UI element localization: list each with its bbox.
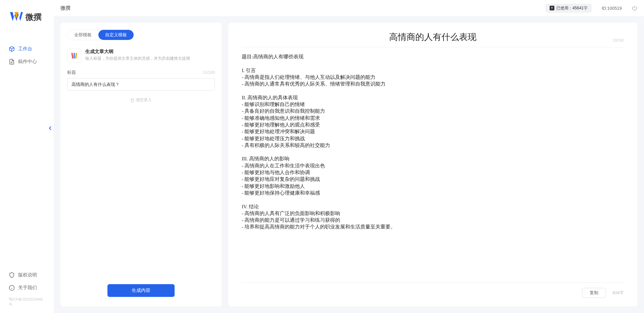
template-icon <box>67 49 81 63</box>
chevron-left-icon <box>49 126 52 130</box>
title-input[interactable] <box>67 78 215 91</box>
page-title: 微撰 <box>60 5 71 11</box>
nav-label: 关于我们 <box>18 285 37 291</box>
cube-icon <box>9 46 15 52</box>
logo[interactable]: 微撰 <box>0 12 54 22</box>
nav-label: 工作台 <box>18 46 32 52</box>
trash-icon <box>130 98 134 102</box>
topbar-right: T 已使用：45641字 ID:100519 <box>546 4 637 13</box>
nav-label: 版权说明 <box>18 272 37 278</box>
svg-rect-3 <box>75 53 77 59</box>
topbar: 微撰 T 已使用：45641字 ID:100519 <box>54 0 644 16</box>
shield-icon <box>9 272 15 278</box>
doc-footer: 复制 404字 <box>242 282 624 298</box>
logo-text: 微撰 <box>26 12 42 22</box>
usage-text: 已使用：45641字 <box>556 5 588 11</box>
text-icon: T <box>550 6 554 10</box>
doc-title-row: 高情商的人有什么表现 10/100 <box>242 31 624 47</box>
copy-button[interactable]: 复制 <box>582 288 606 298</box>
nav-label: 稿件中心 <box>18 59 37 65</box>
main: 全部模板 自定义模板 生成文章大纲 输入标题，为你提供文章主体的灵感，并为其创建… <box>54 16 644 313</box>
tab-all-templates[interactable]: 全部模板 <box>67 30 98 40</box>
svg-rect-2 <box>74 53 75 59</box>
title-counter: 11/100 <box>202 70 215 75</box>
title-label: 标题 <box>67 69 76 75</box>
doc-title[interactable]: 高情商的人有什么表现 <box>242 31 624 43</box>
collapse-sidebar-button[interactable] <box>47 124 54 132</box>
sidebar: 微撰 工作台 稿件中心 版权说明 关于我们 鄂ICP备2022016946号 <box>0 0 54 313</box>
generate-button[interactable]: 生成内容 <box>107 284 175 297</box>
nav-about[interactable]: 关于我们 <box>0 281 54 294</box>
books-icon <box>71 52 78 59</box>
right-panel: 高情商的人有什么表现 10/100 题目:高情商的人有哪些表现 I. 引言 - … <box>228 23 637 306</box>
logo-icon <box>10 12 23 22</box>
usage-badge[interactable]: T 已使用：45641字 <box>546 4 592 13</box>
nav-copyright[interactable]: 版权说明 <box>0 269 54 281</box>
power-icon[interactable] <box>632 5 637 11</box>
info-icon <box>9 285 15 291</box>
doc-title-counter: 10/100 <box>612 38 624 42</box>
clear-label: 清空录入 <box>136 97 152 103</box>
tab-custom-templates[interactable]: 自定义模板 <box>98 30 134 40</box>
nav-drafts[interactable]: 稿件中心 <box>0 55 54 68</box>
doc-content[interactable]: 题目:高情商的人有哪些表现 I. 引言 - 高情商是指人们处理情绪、与他人互动以… <box>242 53 624 282</box>
template-tabs: 全部模板 自定义模板 <box>67 30 134 40</box>
template-desc: 输入标题，为你提供文章主体的灵感，并为其创建推文提纲 <box>85 56 215 61</box>
icp-footer: 鄂ICP备2022016946号 <box>0 294 54 310</box>
user-id: ID:100519 <box>602 6 622 11</box>
template-title: 生成文章大纲 <box>85 49 215 55</box>
nav-main: 工作台 稿件中心 <box>0 43 54 68</box>
clear-input-button[interactable]: 清空录入 <box>67 97 215 103</box>
left-panel: 全部模板 自定义模板 生成文章大纲 输入标题，为你提供文章主体的灵感，并为其创建… <box>60 23 222 306</box>
title-field-header: 标题 11/100 <box>67 69 215 75</box>
svg-rect-1 <box>72 53 74 59</box>
sidebar-bottom: 版权说明 关于我们 鄂ICP备2022016946号 <box>0 269 54 313</box>
template-card[interactable]: 生成文章大纲 输入标题，为你提供文章主体的灵感，并为其创建推文提纲 <box>67 47 215 69</box>
nav-workspace[interactable]: 工作台 <box>0 43 54 55</box>
char-count: 404字 <box>612 290 624 296</box>
document-icon <box>9 59 15 65</box>
template-info: 生成文章大纲 输入标题，为你提供文章主体的灵感，并为其创建推文提纲 <box>85 49 215 61</box>
